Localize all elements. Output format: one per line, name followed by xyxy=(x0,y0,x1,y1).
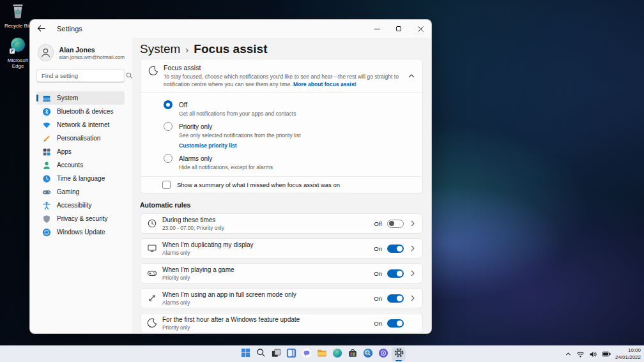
chevron-right-icon[interactable] xyxy=(411,270,415,276)
sidebar-nav: System Bluetooth & devices Network & int… xyxy=(36,91,125,239)
focus-assist-moon-icon xyxy=(148,66,158,76)
option-off[interactable]: Off Get all notifications from your apps… xyxy=(164,100,415,117)
sidebar-item-personalisation[interactable]: Personalisation xyxy=(36,132,125,145)
sidebar-item-accessibility[interactable]: Accessibility xyxy=(36,199,125,212)
taskbar: 10:00 24/01/2022 xyxy=(0,345,644,362)
wifi-icon[interactable] xyxy=(576,351,585,358)
edge-button[interactable] xyxy=(330,347,344,361)
windows-update-icon xyxy=(42,228,51,237)
toggle-state-label: On xyxy=(374,245,382,252)
automatic-rules-list: During these times 23:00 - 07:00; Priori… xyxy=(140,213,423,333)
clock[interactable]: 10:00 24/01/2022 xyxy=(615,347,641,361)
rule-toggle[interactable] xyxy=(387,245,404,253)
minimize-button[interactable] xyxy=(366,20,388,38)
maximize-button[interactable] xyxy=(388,20,410,38)
toggle-state-label: Off xyxy=(374,220,383,227)
fullscreen-arrows-icon xyxy=(147,293,157,303)
back-button[interactable] xyxy=(31,20,50,38)
taskbar-search-button[interactable] xyxy=(254,347,268,361)
sidebar-item-apps[interactable]: Apps xyxy=(36,145,125,158)
game-controller-icon xyxy=(147,268,157,278)
chevron-right-icon[interactable] xyxy=(411,220,415,227)
search-app-icon xyxy=(363,348,373,361)
sidebar-item-label: Apps xyxy=(57,148,72,155)
task-view-button[interactable] xyxy=(269,347,283,361)
sidebar-item-time-language[interactable]: Time & language xyxy=(36,172,125,185)
search-input[interactable] xyxy=(42,72,126,79)
rule-subtitle: Priority only xyxy=(162,324,300,331)
search-app-button[interactable] xyxy=(361,347,375,361)
more-about-focus-assist-link[interactable]: More about focus assist xyxy=(293,81,356,87)
privacy-icon xyxy=(42,215,51,223)
radio-alarms-only[interactable] xyxy=(164,154,172,163)
rule-subtitle: Alarms only xyxy=(162,299,296,306)
rule-after-feature-update[interactable]: For the first hour after a Windows featu… xyxy=(140,313,423,333)
chevron-right-icon[interactable] xyxy=(411,295,415,301)
recycle-bin-icon xyxy=(1,3,34,21)
cortana-icon xyxy=(378,348,388,361)
time-language-icon xyxy=(42,174,51,183)
apps-icon xyxy=(42,147,51,156)
sidebar-item-privacy-security[interactable]: Privacy & security xyxy=(36,212,125,225)
sidebar-item-network-internet[interactable]: Network & internet xyxy=(36,118,125,132)
volume-icon[interactable] xyxy=(589,351,597,358)
profile-name: Alan Jones xyxy=(59,46,125,54)
sidebar-item-accounts[interactable]: Accounts xyxy=(36,158,125,172)
toggle-state-label: On xyxy=(374,320,382,327)
account-profile[interactable]: Alan Jones alan.jones.wm@hotmail.com xyxy=(38,44,125,61)
widgets-button[interactable] xyxy=(284,347,298,361)
search-box[interactable] xyxy=(36,69,125,82)
radio-off[interactable] xyxy=(164,100,172,109)
maximize-icon xyxy=(396,26,401,31)
battery-icon[interactable] xyxy=(602,351,611,358)
close-button[interactable] xyxy=(410,20,431,38)
rule-title: For the first hour after a Windows featu… xyxy=(162,316,300,324)
desktop: Recycle Bin Microsoft Edge xyxy=(0,0,644,362)
back-arrow-icon xyxy=(37,23,45,34)
chevron-up-icon[interactable] xyxy=(408,69,415,80)
option-description: Get all notifications from your apps and… xyxy=(179,110,415,117)
rule-title: When I'm playing a game xyxy=(162,266,234,274)
option-label: Alarms only xyxy=(179,155,212,162)
rule-duplicating-display[interactable]: When I'm duplicating my display Alarms o… xyxy=(140,238,423,259)
desktop-icon-label: Recycle Bin xyxy=(4,23,31,29)
avatar xyxy=(38,44,54,61)
sidebar-item-label: Network & internet xyxy=(57,121,109,128)
option-alarms-only[interactable]: Alarms only Hide all notifications, exce… xyxy=(164,154,415,170)
sidebar-item-label: Time & language xyxy=(57,175,105,182)
radio-priority-only[interactable] xyxy=(164,122,172,131)
rule-toggle[interactable] xyxy=(387,319,404,328)
option-priority-only[interactable]: Priority only See only selected notifica… xyxy=(164,122,415,149)
sidebar-item-label: Gaming xyxy=(57,188,79,195)
start-button[interactable] xyxy=(238,347,252,361)
rule-during-these-times[interactable]: During these times 23:00 - 07:00; Priori… xyxy=(140,213,423,234)
option-description: Hide all notifications, except for alarm… xyxy=(179,164,415,170)
settings-button[interactable] xyxy=(392,347,406,361)
rule-toggle[interactable] xyxy=(387,220,404,228)
sidebar-item-gaming[interactable]: Gaming xyxy=(36,185,125,199)
sidebar-item-bluetooth-devices[interactable]: Bluetooth & devices xyxy=(36,105,125,118)
sidebar-item-windows-update[interactable]: Windows Update xyxy=(36,225,125,239)
summary-checkbox[interactable] xyxy=(162,181,171,189)
customise-priority-list-link[interactable]: Customise priority list xyxy=(179,142,415,149)
file-explorer-button[interactable] xyxy=(315,347,329,361)
sidebar-item-label: Privacy & security xyxy=(57,215,107,222)
summary-checkbox-label: Show a summary of what I missed when foc… xyxy=(177,181,340,188)
rule-playing-game[interactable]: When I'm playing a game Priority only On xyxy=(140,263,423,283)
sidebar-item-label: System xyxy=(57,94,78,102)
focus-assist-card-header[interactable]: Focus assist To stay focused, choose whi… xyxy=(141,59,422,92)
sidebar-item-system[interactable]: System xyxy=(36,91,125,105)
chat-button[interactable] xyxy=(300,347,314,361)
microsoft-store-button[interactable] xyxy=(346,347,360,361)
focus-assist-description: To stay focused, choose which notificati… xyxy=(164,73,399,87)
gaming-icon xyxy=(42,188,51,197)
breadcrumb-parent[interactable]: System xyxy=(140,42,180,56)
chevron-right-icon[interactable] xyxy=(411,245,415,252)
rule-fullscreen-app[interactable]: When I'm using an app in full screen mod… xyxy=(140,288,423,308)
rule-toggle[interactable] xyxy=(387,294,404,303)
summary-checkbox-row[interactable]: Show a summary of what I missed when foc… xyxy=(141,176,422,193)
window-title: Settings xyxy=(57,25,82,33)
rule-toggle[interactable] xyxy=(387,269,404,278)
chevron-up-icon[interactable] xyxy=(565,351,572,358)
cortana-button[interactable] xyxy=(376,347,390,361)
